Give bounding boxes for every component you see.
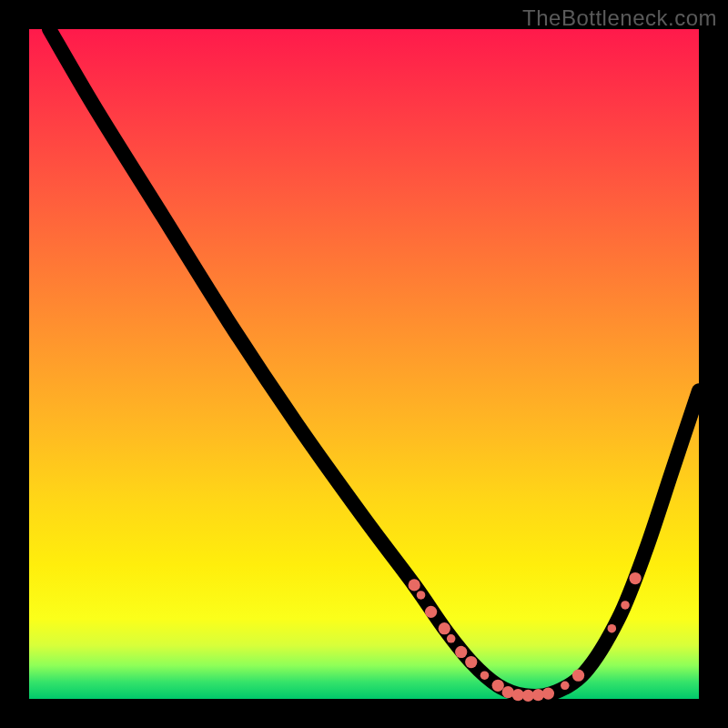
curve-marker [417, 591, 426, 600]
curve-marker [629, 572, 641, 584]
curve-marker [480, 671, 490, 680]
curve-marker [409, 579, 420, 591]
curve-marker [439, 622, 450, 634]
curve-marker [542, 687, 554, 699]
curve-marker [608, 624, 617, 633]
curve-marker [447, 634, 456, 643]
curve-marker [465, 656, 477, 668]
curve-marker [561, 681, 570, 690]
plot-area [29, 29, 699, 699]
chart-frame: TheBottleneck.com [0, 0, 728, 728]
watermark-text: TheBottleneck.com [522, 5, 717, 31]
curve-marker [455, 646, 467, 658]
curve-marker [572, 670, 584, 682]
bottleneck-curve [49, 29, 699, 696]
curve-marker [492, 680, 504, 692]
curve-marker [425, 606, 437, 618]
curve-marker [621, 601, 630, 610]
chart-svg [29, 29, 699, 699]
